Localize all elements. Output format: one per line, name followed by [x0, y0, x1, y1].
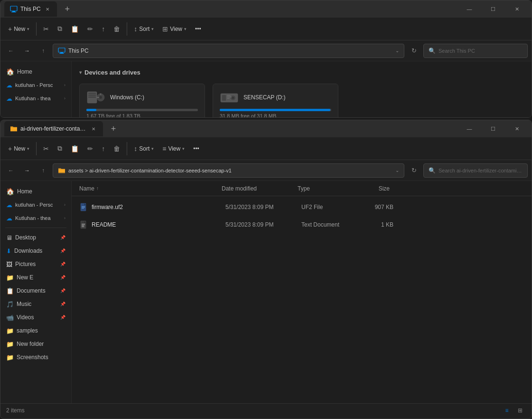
more-btn-2[interactable]: ••• — [189, 141, 203, 157]
new-tab-btn-1[interactable]: + — [61, 2, 74, 16]
sidebar-item-home-2[interactable]: 🏠 Home — [0, 185, 71, 198]
rename-btn-2[interactable]: ✏ — [84, 141, 97, 157]
maximize-btn-2[interactable]: ☐ — [482, 121, 504, 136]
sidebar-item-screenshots[interactable]: 📁 Screenshots — [0, 351, 71, 364]
sidebar-item-onedrive2-2[interactable]: ☁ Kutluhan - thea › — [0, 211, 71, 225]
this-pc-address-icon — [58, 47, 65, 55]
svg-point-17 — [232, 97, 234, 99]
view-label-1: View — [170, 26, 182, 32]
sidebar-item-desktop[interactable]: 🖥 Desktop 📌 — [0, 231, 71, 244]
delete-btn-1[interactable]: 🗑 — [110, 21, 124, 37]
sort-btn-2[interactable]: ↕ Sort ▾ — [130, 141, 158, 157]
search-box-2[interactable]: 🔍 Search ai-driven-fertilizer-contaminat… — [423, 163, 528, 178]
more-btn-1[interactable]: ••• — [191, 21, 205, 37]
status-right: ≡ ⊞ — [501, 405, 526, 416]
minimize-btn-2[interactable]: — — [458, 121, 480, 136]
cut-btn-1[interactable]: ✂ — [39, 21, 53, 37]
drive-c[interactable]: Windows (C:) 1.67 TB free of 1.83 TB — [79, 84, 205, 117]
sidebar-item-newfolder[interactable]: 📁 New folder — [0, 337, 71, 351]
paste-btn-2[interactable]: 📋 — [67, 141, 83, 157]
new-icon-2: + — [8, 145, 12, 152]
svg-rect-0 — [10, 6, 17, 11]
cut-btn-2[interactable]: ✂ — [39, 141, 53, 157]
share-icon-2: ↑ — [102, 145, 105, 152]
new-button-1[interactable]: + New ▾ — [4, 21, 33, 37]
view-chevron-2: ▾ — [182, 146, 185, 151]
sidebar-item-newe[interactable]: 📁 New E 📌 — [0, 271, 71, 284]
sidebar-item-home-1[interactable]: 🏠 Home — [0, 65, 71, 78]
rename-btn-1[interactable]: ✏ — [84, 21, 97, 37]
col-header-type[interactable]: Type — [294, 185, 355, 192]
drive-d[interactable]: SENSECAP (D:) 31.8 MB free of 31.8 MB — [213, 84, 338, 117]
sidebar-item-videos[interactable]: 📹 Videos 📌 — [0, 311, 71, 324]
tab-close-1[interactable]: ✕ — [44, 5, 51, 13]
devices-chevron: ▾ — [79, 70, 82, 75]
sidebar-item-onedrive1-1[interactable]: ☁ kutluhan - Persc › — [0, 78, 71, 92]
copy-btn-2[interactable]: ⧉ — [54, 141, 66, 157]
share-btn-1[interactable]: ↑ — [98, 21, 109, 37]
newe-icon: 📁 — [6, 274, 14, 281]
paste-btn-1[interactable]: 📋 — [67, 21, 83, 37]
tab-ai-driven[interactable]: ai-driven-fertilizer-contamina ✕ — [4, 121, 103, 136]
file-list-header: Name ↑ Date modified Type Size — [72, 181, 532, 196]
sidebar-item-music[interactable]: 🎵 Music 📌 — [0, 297, 71, 311]
back-btn-1[interactable]: ← — [4, 44, 18, 57]
sort-btn-1[interactable]: ↕ Sort ▾ — [130, 21, 158, 37]
maximize-btn-1[interactable]: ☐ — [482, 1, 504, 17]
drive-d-bar-container — [220, 109, 331, 111]
desktop-pin: 📌 — [60, 235, 65, 240]
sidebar-item-documents[interactable]: 📋 Documents 📌 — [0, 284, 71, 297]
up-btn-2[interactable]: ↑ — [37, 164, 50, 177]
col-header-date[interactable]: Date modified — [218, 185, 294, 192]
new-tab-btn-2[interactable]: + — [107, 122, 120, 135]
drive-c-header: Windows (C:) — [86, 90, 198, 105]
address-input-1[interactable]: This PC ⌄ — [53, 44, 404, 58]
tab-this-pc[interactable]: This PC ✕ — [4, 1, 57, 17]
onedrive2-icon-2: ☁ — [6, 215, 12, 222]
rename-icon-1: ✏ — [87, 25, 93, 33]
up-btn-1[interactable]: ↑ — [37, 44, 50, 57]
copy-btn-1[interactable]: ⧉ — [54, 21, 66, 37]
view-btn-2[interactable]: ≡ View ▾ — [159, 141, 188, 157]
sidebar-item-samples[interactable]: 📁 samples — [0, 324, 71, 337]
table-row[interactable]: README 5/31/2023 8:09 PM Text Document 1… — [75, 216, 528, 233]
search-placeholder-1: Search This PC — [439, 48, 475, 54]
grid-view-toggle[interactable]: ⊞ — [514, 405, 526, 416]
samples-icon: 📁 — [6, 327, 14, 334]
svg-rect-20 — [227, 98, 230, 99]
sidebar-item-downloads[interactable]: ⬇ Downloads 📌 — [0, 244, 71, 257]
new-button-2[interactable]: + New ▾ — [4, 141, 33, 157]
share-btn-2[interactable]: ↑ — [98, 141, 109, 157]
file-name-firmware: firmware.uf2 — [92, 204, 123, 210]
rename-icon-2: ✏ — [87, 145, 93, 152]
file-name-cell-1: firmware.uf2 — [79, 202, 222, 212]
search-box-1[interactable]: 🔍 Search This PC — [423, 44, 528, 58]
col-header-size[interactable]: Size — [355, 185, 393, 192]
tab-close-2[interactable]: ✕ — [90, 125, 97, 133]
back-btn-2[interactable]: ← — [4, 164, 18, 177]
minimize-btn-1[interactable]: — — [458, 1, 480, 17]
view-btn-1[interactable]: ⊞ View ▾ — [159, 21, 190, 37]
delete-btn-2[interactable]: 🗑 — [110, 141, 124, 157]
home-icon-1: 🏠 — [6, 68, 14, 76]
pictures-icon: 🖼 — [6, 261, 12, 268]
drives-grid: Windows (C:) 1.67 TB free of 1.83 TB — [79, 84, 524, 117]
forward-btn-2[interactable]: → — [20, 164, 34, 177]
refresh-btn-1[interactable]: ↻ — [407, 44, 420, 57]
sidebar-item-onedrive1-2[interactable]: ☁ kutluhan - Persc › — [0, 198, 71, 211]
newe-label: New E — [17, 274, 33, 281]
refresh-btn-2[interactable]: ↻ — [407, 164, 420, 177]
table-row[interactable]: firmware.uf2 5/31/2023 8:09 PM UF2 File … — [75, 199, 528, 216]
file-list-area: Name ↑ Date modified Type Size — [72, 181, 532, 403]
close-btn-2[interactable]: ✕ — [506, 121, 528, 136]
onedrive2-icon-1: ☁ — [6, 95, 12, 102]
sidebar-item-pictures[interactable]: 🖼 Pictures 📌 — [0, 257, 71, 271]
view-label-2: View — [168, 145, 180, 152]
forward-btn-1[interactable]: → — [20, 44, 34, 57]
close-btn-1[interactable]: ✕ — [506, 1, 528, 17]
svg-rect-9 — [88, 96, 96, 98]
col-header-name[interactable]: Name ↑ — [75, 185, 218, 192]
list-view-toggle[interactable]: ≡ — [501, 405, 513, 416]
sidebar-item-onedrive2-1[interactable]: ☁ Kutluhan - thea › — [0, 92, 71, 105]
address-input-2[interactable]: assets > ai-driven-fertilizer-contaminat… — [53, 163, 404, 178]
